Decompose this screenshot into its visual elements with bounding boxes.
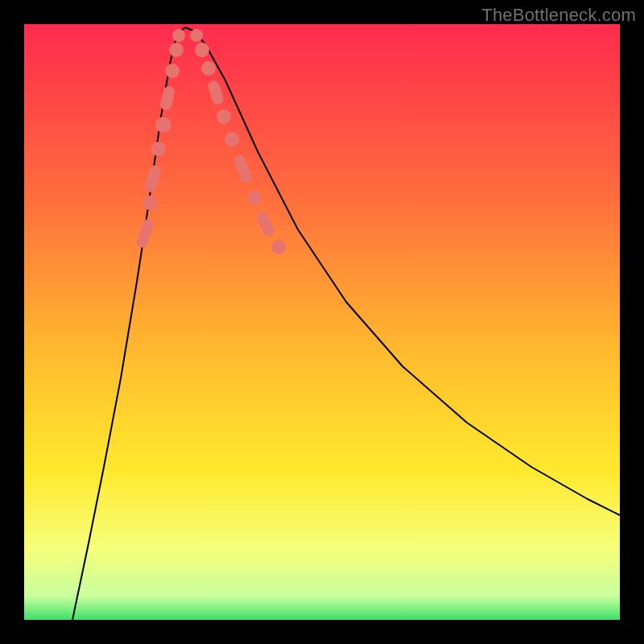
chart-plot-area xyxy=(24,24,620,620)
data-marker xyxy=(155,117,171,133)
data-marker xyxy=(195,43,209,57)
data-marker xyxy=(135,218,155,250)
data-marker xyxy=(172,29,185,42)
data-marker xyxy=(217,109,231,124)
data-marker xyxy=(255,210,276,238)
data-marker xyxy=(201,61,216,76)
data-marker xyxy=(190,29,203,42)
data-marker xyxy=(165,64,180,78)
data-marker xyxy=(159,85,176,111)
data-marker xyxy=(144,164,163,194)
data-marker xyxy=(142,196,157,210)
data-marker xyxy=(225,132,239,147)
data-marker xyxy=(151,142,166,156)
chart-frame: TheBottleneck.com xyxy=(0,0,644,644)
data-marker xyxy=(247,190,262,204)
data-marker xyxy=(233,154,254,185)
data-marker xyxy=(169,43,184,57)
data-marker xyxy=(207,80,225,106)
data-marker xyxy=(271,240,286,254)
bottleneck-curve xyxy=(72,27,620,620)
watermark-text: TheBottleneck.com xyxy=(481,5,636,26)
chart-overlay xyxy=(24,24,620,620)
